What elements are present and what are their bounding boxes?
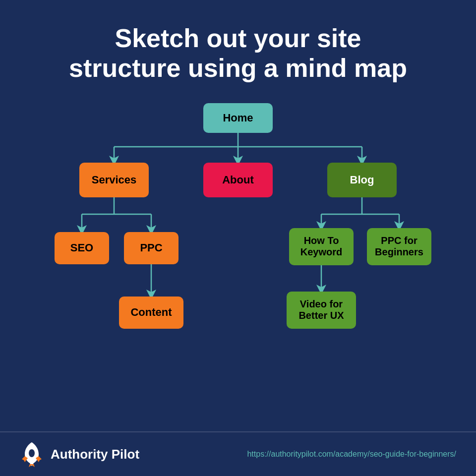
node-about: About — [203, 163, 273, 197]
svg-point-19 — [29, 449, 35, 457]
footer-url: https://authoritypilot.com/academy/seo-g… — [247, 450, 456, 459]
connector-lines — [15, 93, 461, 476]
rocket-icon — [20, 441, 44, 467]
node-ppc: PPC — [124, 232, 178, 264]
node-services: Services — [79, 163, 149, 197]
brand-logo: Authority Pilot — [20, 441, 139, 467]
node-how-to-keyword: How To Keyword — [289, 228, 354, 265]
node-blog: Blog — [327, 163, 397, 197]
node-seo: SEO — [55, 232, 109, 264]
node-video-ux: Video for Better UX — [287, 292, 356, 329]
page-title: Sketch out your site structure using a m… — [69, 24, 407, 83]
node-content: Content — [119, 297, 183, 329]
node-home: Home — [203, 103, 273, 133]
mind-map-diagram: Home Services About Blog SEO PPC Content… — [15, 93, 461, 476]
node-ppc-beginners: PPC for Beginners — [367, 228, 431, 265]
footer: Authority Pilot https://authoritypilot.c… — [0, 431, 476, 476]
brand-name: Authority Pilot — [51, 447, 139, 462]
page-container: Sketch out your site structure using a m… — [0, 0, 476, 476]
